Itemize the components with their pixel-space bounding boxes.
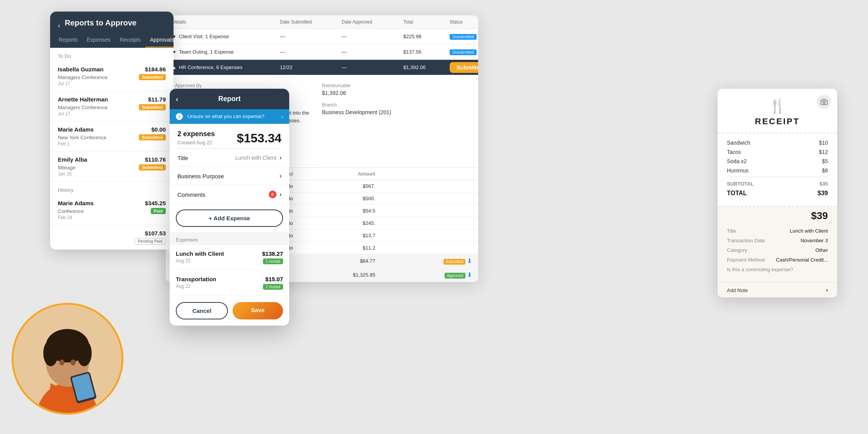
modal-field-business-purpose[interactable]: Business Purpose › (170, 167, 289, 185)
col-date-approved: Date Approved (342, 19, 403, 25)
tab-approvals[interactable]: Approvals (145, 33, 174, 47)
chevron-right-icon: › (280, 154, 281, 161)
receipt-item-sandwich: Sandwich $10 (727, 140, 828, 146)
list-item[interactable]: Marie Adams $345.25 Conference Paid Feb … (50, 195, 174, 225)
chevron-right-icon: › (826, 287, 828, 294)
status-badge: Pending Paid (135, 238, 166, 245)
modal-info-bar[interactable]: i Unsure on what you can expense? › (170, 109, 289, 124)
chevron-right-icon: › (281, 114, 283, 120)
add-note-button[interactable]: Add Note › (718, 282, 837, 297)
receipt-fork-icon: 🍴 (725, 98, 829, 114)
info-icon: i (176, 113, 183, 120)
receipt-item-hummus: Hummus $8 (727, 167, 828, 174)
expenses-section-label: Expenses (170, 232, 289, 245)
expense-count: 2 expenses (177, 130, 215, 138)
reports-tabs: Reports Expenses Receipts Approvals (50, 33, 174, 48)
list-item[interactable]: Isabella Guzman $184.86 Managers Confere… (50, 61, 174, 91)
table-row[interactable]: ▼Team Outing, 1 Expense — — $137.56 Unsu… (166, 44, 478, 60)
status-badge: Submitted (139, 134, 166, 140)
svg-point-19 (71, 360, 76, 365)
receipt-item-tacos: Tacos $12 (727, 149, 828, 155)
modal-field-comments[interactable]: Comments 0 › (170, 185, 289, 204)
chevron-right-icon: › (280, 172, 281, 179)
receipt-total-row: TOTAL $39 (727, 190, 828, 197)
list-item[interactable]: Emily Alba $110.76 Mileage Submitted Jan… (50, 152, 174, 182)
receipt-panel: 🍴 RECEIPT Sandwich $10 Tacos $12 Soda x2… (718, 89, 837, 297)
cancel-button[interactable]: Cancel (176, 302, 228, 319)
modal-total: $153.34 (237, 131, 281, 145)
expense-created-date: Created Aug 22 (177, 140, 215, 145)
tab-receipts[interactable]: Receipts (115, 33, 145, 47)
col-date-submitted: Date Submitted (280, 19, 342, 25)
report-modal: ‹ Report i Unsure on what you can expens… (170, 89, 289, 326)
list-item[interactable]: Arnette Halterman $11.79 Managers Confer… (50, 91, 174, 122)
receipt-item-soda: Soda x2 $5 (727, 158, 828, 164)
person-avatar (12, 303, 123, 415)
detail-category: Category Other (727, 247, 828, 253)
detail-title: Title Lunch with Client (727, 228, 828, 234)
svg-point-10 (823, 101, 825, 103)
section-history: History (50, 182, 174, 195)
svg-point-18 (59, 360, 65, 365)
receipt-amount-large: $39 (718, 207, 837, 222)
expense-item-transportation[interactable]: Transportation Aug 22 $15.07 1 receipt (170, 270, 289, 296)
save-button[interactable]: Save (233, 302, 283, 319)
receipt-subtotal-row: SUBTOTAL $35 (727, 181, 828, 187)
add-expense-button[interactable]: + Add Expense (176, 209, 283, 227)
reports-title: Reports to Approve (65, 19, 137, 33)
status-badge: Submitted (139, 104, 166, 110)
chevron-right-icon: › (280, 191, 281, 198)
modal-summary: 2 expenses Created Aug 22 $153.34 (170, 124, 289, 149)
receipt-title: RECEIPT (725, 117, 829, 127)
list-item[interactable]: Marie Adams $0.00 New York Conference Su… (50, 122, 174, 152)
main-scene: ‹ Reports to Approve Reports Expenses Re… (0, 0, 868, 434)
detail-transaction-date: Transaction Date November 3 (727, 238, 828, 243)
receipt-items: Sandwich $10 Tacos $12 Soda x2 $5 Hummus… (718, 133, 837, 207)
modal-info-text: Unsure on what you can expense? (187, 113, 265, 119)
status-badge: Submitted (139, 74, 166, 80)
col-status: Status (450, 19, 478, 25)
svg-point-17 (77, 340, 92, 366)
receipt-badge: 1 receipt (263, 284, 283, 290)
status-badge: Paid (151, 208, 166, 214)
modal-actions: Cancel Save (170, 296, 289, 326)
modal-title: Report (218, 95, 241, 103)
detail-payment-method: Payment Method Cash/Personal Credit... (727, 257, 828, 263)
reports-header: ‹ Reports to Approve (50, 12, 174, 33)
reimbursable-label: Reimbursable (322, 83, 469, 88)
reports-body: To Do Isabella Guzman $184.86 Managers C… (50, 48, 174, 250)
title-value: Lunch with Client (235, 155, 276, 161)
notification-badge: 0 (269, 191, 276, 198)
table-row[interactable]: ▼Client Visit, 1 Expense — — $225.98 Uns… (166, 29, 478, 44)
col-total: Total (403, 19, 450, 25)
status-badge: Submitted (139, 164, 166, 171)
receipt-badge: 1 receipt (263, 258, 283, 264)
table-header: Details Date Submitted Date Approved Tot… (166, 15, 478, 29)
reimbursable-value: $1,392.06 (322, 90, 469, 96)
person-image (13, 305, 121, 413)
tab-reports[interactable]: Reports (54, 33, 82, 47)
receipt-details: Title Lunch with Client Transaction Date… (718, 222, 837, 282)
receipt-header: 🍴 RECEIPT (718, 89, 837, 133)
modal-back-button[interactable]: ‹ (176, 95, 178, 103)
expense-item-lunch[interactable]: Lunch with Client Aug 22 $138.27 1 recei… (170, 245, 289, 270)
modal-header: ‹ Report (170, 89, 289, 109)
branch-value: Business Development (201) (322, 109, 469, 115)
tab-expenses[interactable]: Expenses (82, 33, 115, 47)
section-todo: To Do (50, 48, 174, 61)
camera-button[interactable] (817, 95, 831, 109)
list-item[interactable]: $107.53 Pending Paid (50, 225, 174, 250)
svg-point-16 (43, 340, 58, 366)
col-details: Details (172, 19, 280, 25)
reports-panel: ‹ Reports to Approve Reports Expenses Re… (50, 12, 174, 250)
modal-field-title[interactable]: Title Lunch with Client › (170, 149, 289, 167)
table-row[interactable]: ▲HR Conference, 6 Expenses 12/22 — $1,39… (166, 60, 478, 75)
detail-commuting: Is this a commuting expense? (727, 267, 828, 272)
reports-back-button[interactable]: ‹ (58, 22, 60, 30)
branch-label: Branch (322, 102, 469, 108)
approved-by-label: Approved By (175, 83, 322, 88)
